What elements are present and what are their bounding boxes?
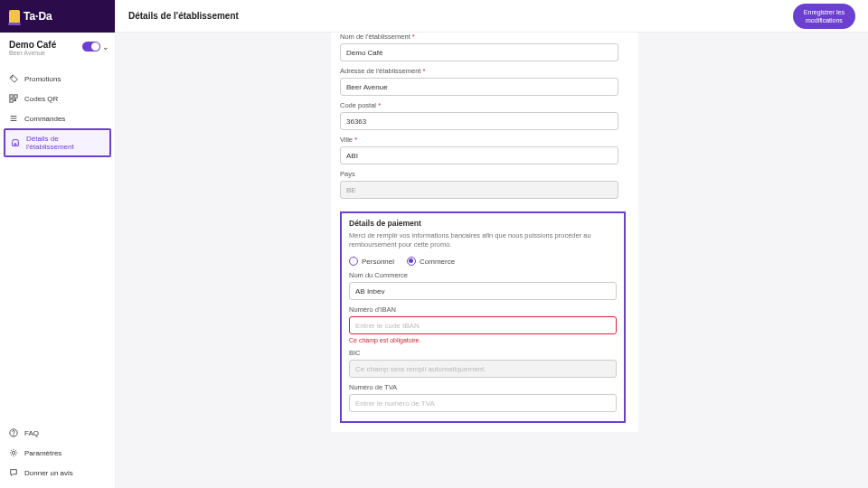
vat-input[interactable] bbox=[349, 394, 617, 412]
sidebar-item-promotions[interactable]: Promotions bbox=[0, 69, 115, 89]
venue-toggle[interactable] bbox=[82, 42, 100, 52]
sidebar-item-venue-details[interactable]: Détails de l'établissement bbox=[4, 128, 111, 157]
iban-input[interactable] bbox=[349, 316, 617, 334]
chevron-down-icon[interactable]: ⌄ bbox=[102, 42, 109, 52]
sidebar-item-faq[interactable]: FAQ bbox=[0, 423, 115, 443]
sidebar-label: Commandes bbox=[24, 115, 65, 123]
page-title: Détails de l'établissement bbox=[128, 11, 239, 21]
bic-label: BIC bbox=[349, 349, 617, 357]
tag-icon bbox=[9, 74, 18, 83]
venue-name-input[interactable] bbox=[340, 43, 618, 61]
sidebar-item-qrcodes[interactable]: Codes QR bbox=[0, 89, 115, 108]
chat-icon bbox=[9, 468, 18, 477]
main-content: Nom de l'établissement * Adresse de l'ét… bbox=[116, 33, 868, 488]
payment-section: Détails de paiement Merci de remplir vos… bbox=[340, 211, 626, 423]
city-input[interactable] bbox=[340, 146, 618, 164]
venue-name-label: Nom de l'établissement * bbox=[340, 33, 629, 41]
sidebar-label: Détails de l'établissement bbox=[26, 135, 104, 151]
svg-point-0 bbox=[12, 77, 13, 78]
logo-icon bbox=[9, 10, 20, 23]
payment-title: Détails de paiement bbox=[349, 219, 617, 228]
logo-text: Ta·Da bbox=[24, 10, 52, 23]
address-label: Adresse de l'établissement * bbox=[340, 67, 629, 75]
sidebar-item-orders[interactable]: Commandes bbox=[0, 108, 115, 128]
gear-icon bbox=[9, 448, 18, 457]
postal-label: Code postal * bbox=[340, 101, 629, 109]
svg-rect-4 bbox=[14, 99, 16, 101]
help-icon bbox=[9, 428, 18, 437]
radio-icon bbox=[407, 257, 416, 266]
country-label: Pays bbox=[340, 170, 629, 178]
venue-form: Nom de l'établissement * Adresse de l'ét… bbox=[331, 33, 638, 432]
header: Détails de l'établissement Enregistrer l… bbox=[116, 0, 868, 33]
sidebar-label: Codes QR bbox=[24, 95, 58, 103]
postal-input[interactable] bbox=[340, 112, 618, 130]
city-label: Ville * bbox=[340, 136, 629, 144]
svg-rect-1 bbox=[10, 95, 13, 98]
radio-personal[interactable]: Personnel bbox=[349, 257, 394, 266]
radio-icon bbox=[349, 257, 358, 266]
business-name-label: Nom du Commerce bbox=[349, 271, 617, 279]
svg-rect-3 bbox=[10, 99, 13, 102]
country-input bbox=[340, 181, 618, 199]
account-type-radio-group: Personnel Commerce bbox=[349, 257, 617, 266]
sidebar-label: FAQ bbox=[24, 429, 39, 437]
payment-desc: Merci de remplir vos informations bancai… bbox=[349, 231, 617, 249]
iban-error: Ce champ est obligatoire. bbox=[349, 337, 617, 343]
sidebar: Ta·Da Demo Café Beer Avenue ⌄ Promotions… bbox=[0, 0, 116, 488]
nav-bottom: FAQ Paramètres Donner un avis bbox=[0, 423, 115, 483]
store-icon bbox=[11, 138, 20, 147]
radio-business[interactable]: Commerce bbox=[407, 257, 455, 266]
svg-point-7 bbox=[12, 451, 14, 454]
sidebar-label: Donner un avis bbox=[24, 469, 73, 477]
qrcode-icon bbox=[9, 94, 18, 103]
logo-bar: Ta·Da bbox=[0, 0, 115, 33]
svg-rect-2 bbox=[14, 95, 17, 98]
iban-label: Numéro d'IBAN bbox=[349, 305, 617, 314]
address-input[interactable] bbox=[340, 78, 618, 96]
sidebar-label: Paramètres bbox=[24, 449, 61, 457]
sidebar-label: Promotions bbox=[24, 75, 61, 83]
sidebar-item-settings[interactable]: Paramètres bbox=[0, 443, 115, 463]
vat-label: Numéro de TVA bbox=[349, 383, 617, 391]
svg-point-6 bbox=[14, 435, 14, 436]
save-button[interactable]: Enregistrer les modifications bbox=[793, 4, 855, 29]
nav-main: Promotions Codes QR Commandes Détails de… bbox=[0, 69, 115, 157]
list-icon bbox=[9, 114, 18, 123]
business-name-input[interactable] bbox=[349, 282, 617, 300]
bic-input bbox=[349, 360, 617, 378]
sidebar-item-feedback[interactable]: Donner un avis bbox=[0, 463, 115, 483]
venue-selector[interactable]: Demo Café Beer Avenue ⌄ bbox=[0, 33, 115, 61]
